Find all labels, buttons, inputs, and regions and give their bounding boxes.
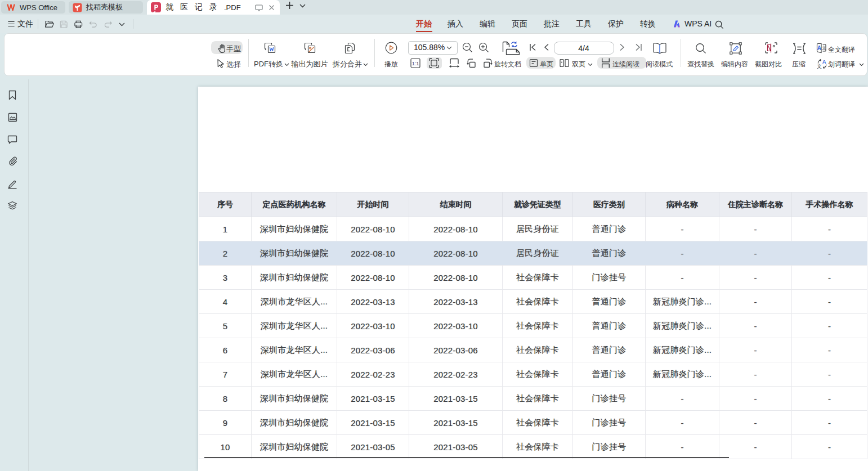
svg-text:文: 文: [817, 64, 822, 69]
svg-text:A: A: [822, 59, 826, 65]
svg-text:1:1: 1:1: [412, 61, 419, 66]
svg-text:A: A: [817, 45, 821, 51]
svg-text:文: 文: [822, 45, 826, 51]
